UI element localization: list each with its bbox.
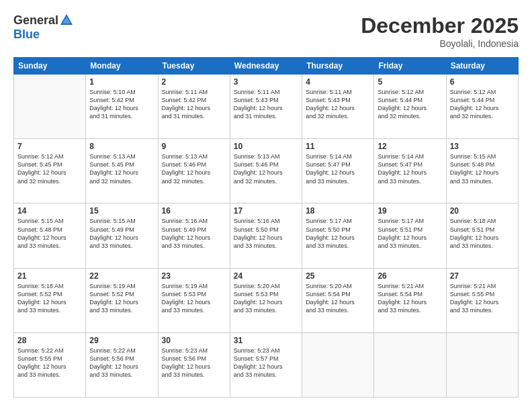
table-row: 21Sunrise: 5:18 AM Sunset: 5:52 PM Dayli… (14, 268, 86, 332)
month-year: December 2025 (361, 13, 519, 38)
table-row: 11Sunrise: 5:14 AM Sunset: 5:47 PM Dayli… (302, 139, 374, 203)
table-row: 6Sunrise: 5:12 AM Sunset: 5:44 PM Daylig… (446, 75, 518, 139)
logo-line1: General (13, 13, 74, 28)
table-row: 14Sunrise: 5:15 AM Sunset: 5:48 PM Dayli… (14, 203, 86, 268)
table-row: 20Sunrise: 5:18 AM Sunset: 5:51 PM Dayli… (446, 203, 518, 268)
table-row: 17Sunrise: 5:16 AM Sunset: 5:50 PM Dayli… (230, 203, 302, 268)
table-row: 1Sunrise: 5:10 AM Sunset: 5:42 PM Daylig… (86, 75, 158, 139)
table-row: 28Sunrise: 5:22 AM Sunset: 5:55 PM Dayli… (14, 332, 86, 397)
logo-blue: Blue (13, 28, 40, 41)
table-row: 23Sunrise: 5:19 AM Sunset: 5:53 PM Dayli… (158, 268, 230, 332)
table-row: 24Sunrise: 5:20 AM Sunset: 5:53 PM Dayli… (230, 268, 302, 332)
title-block: December 2025 Boyolali, Indonesia (361, 13, 519, 49)
table-row: 5Sunrise: 5:12 AM Sunset: 5:44 PM Daylig… (374, 75, 446, 139)
col-thursday: Thursday (302, 58, 374, 75)
logo-text: General Blue (13, 13, 74, 42)
table-row: 16Sunrise: 5:16 AM Sunset: 5:49 PM Dayli… (158, 203, 230, 268)
table-row: 27Sunrise: 5:21 AM Sunset: 5:55 PM Dayli… (446, 268, 518, 332)
table-row: 13Sunrise: 5:15 AM Sunset: 5:48 PM Dayli… (446, 139, 518, 203)
table-row: 22Sunrise: 5:19 AM Sunset: 5:52 PM Dayli… (86, 268, 158, 332)
table-row: 30Sunrise: 5:23 AM Sunset: 5:56 PM Dayli… (158, 332, 230, 397)
header: General Blue December 2025 Boyolali, Ind… (13, 13, 519, 49)
table-row: 19Sunrise: 5:17 AM Sunset: 5:51 PM Dayli… (374, 203, 446, 268)
table-row: 18Sunrise: 5:17 AM Sunset: 5:50 PM Dayli… (302, 203, 374, 268)
table-row: 4Sunrise: 5:11 AM Sunset: 5:43 PM Daylig… (302, 75, 374, 139)
col-sunday: Sunday (14, 58, 86, 75)
col-tuesday: Tuesday (158, 58, 230, 75)
table-row: 25Sunrise: 5:20 AM Sunset: 5:54 PM Dayli… (302, 268, 374, 332)
table-row: 8Sunrise: 5:13 AM Sunset: 5:45 PM Daylig… (86, 139, 158, 203)
table-row: 3Sunrise: 5:11 AM Sunset: 5:43 PM Daylig… (230, 75, 302, 139)
table-row: 9Sunrise: 5:13 AM Sunset: 5:46 PM Daylig… (158, 139, 230, 203)
col-friday: Friday (374, 58, 446, 75)
table-row: 26Sunrise: 5:21 AM Sunset: 5:54 PM Dayli… (374, 268, 446, 332)
col-monday: Monday (86, 58, 158, 75)
col-wednesday: Wednesday (230, 58, 302, 75)
table-row: 29Sunrise: 5:22 AM Sunset: 5:56 PM Dayli… (86, 332, 158, 397)
table-row (446, 332, 518, 397)
calendar-header-row: Sunday Monday Tuesday Wednesday Thursday… (14, 58, 519, 75)
table-row: 7Sunrise: 5:12 AM Sunset: 5:45 PM Daylig… (14, 139, 86, 203)
table-row (14, 75, 86, 139)
logo-line2: Blue (13, 28, 74, 42)
page: General Blue December 2025 Boyolali, Ind… (0, 0, 532, 411)
table-row: 12Sunrise: 5:14 AM Sunset: 5:47 PM Dayli… (374, 139, 446, 203)
col-saturday: Saturday (446, 58, 518, 75)
calendar-table: Sunday Monday Tuesday Wednesday Thursday… (13, 57, 519, 398)
table-row: 15Sunrise: 5:15 AM Sunset: 5:49 PM Dayli… (86, 203, 158, 268)
table-row: 10Sunrise: 5:13 AM Sunset: 5:46 PM Dayli… (230, 139, 302, 203)
location: Boyolali, Indonesia (361, 38, 519, 49)
table-row (374, 332, 446, 397)
table-row: 2Sunrise: 5:11 AM Sunset: 5:42 PM Daylig… (158, 75, 230, 139)
logo: General Blue (13, 13, 74, 42)
logo-general: General (13, 13, 58, 28)
logo-icon (59, 13, 74, 28)
table-row: 31Sunrise: 5:23 AM Sunset: 5:57 PM Dayli… (230, 332, 302, 397)
table-row (302, 332, 374, 397)
